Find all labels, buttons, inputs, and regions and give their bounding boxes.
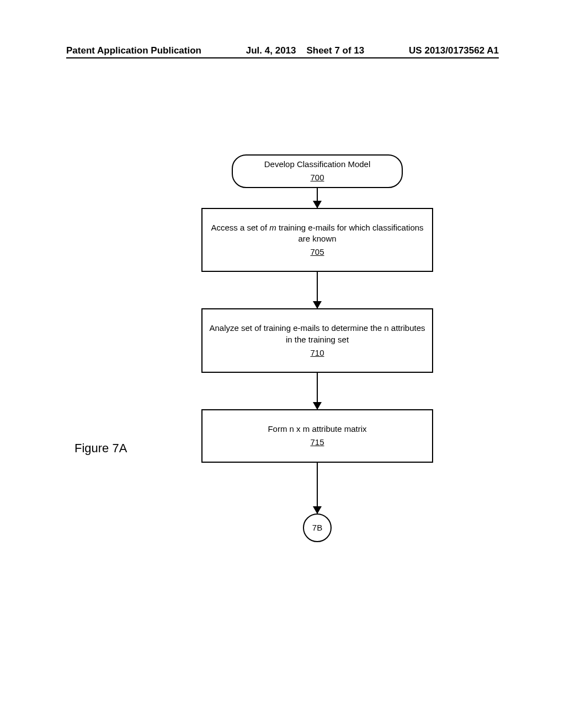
terminator-ref: 700: [310, 172, 324, 183]
step-ref: 710: [310, 347, 324, 358]
publication-type: Patent Application Publication: [66, 45, 201, 56]
flow-step-710: Analyze set of training e-mails to deter…: [201, 308, 433, 373]
connector-label: 7B: [312, 523, 322, 532]
step-text: Access a set of m training e-mails for w…: [209, 222, 425, 245]
flow-arrow-icon: [317, 373, 318, 409]
page-header: Patent Application Publication Jul. 4, 2…: [66, 45, 499, 58]
flowchart: Develop Classification Model 700 Access …: [201, 154, 433, 542]
publication-date-sheet: Jul. 4, 2013 Sheet 7 of 13: [246, 45, 365, 56]
sheet-number: Sheet 7 of 13: [306, 45, 364, 56]
flow-connector-7b: 7B: [303, 513, 332, 542]
flow-terminator: Develop Classification Model 700: [232, 154, 403, 188]
flow-step-715: Form n x m attribute matrix 715: [201, 409, 433, 463]
figure-label: Figure 7A: [74, 441, 127, 456]
step-text: Analyze set of training e-mails to deter…: [209, 323, 425, 345]
publication-number: US 2013/0173562 A1: [409, 45, 499, 56]
step-ref: 705: [310, 247, 324, 258]
flow-step-705: Access a set of m training e-mails for w…: [201, 208, 433, 272]
flow-arrow-icon: [317, 463, 318, 513]
flow-arrow-icon: [317, 272, 318, 308]
flow-arrow-icon: [317, 188, 318, 208]
step-text: Form n x m attribute matrix: [209, 424, 425, 435]
patent-page: Patent Application Publication Jul. 4, 2…: [0, 0, 565, 728]
publication-date: Jul. 4, 2013: [246, 45, 296, 56]
step-ref: 715: [310, 437, 324, 448]
terminator-title: Develop Classification Model: [238, 159, 396, 170]
